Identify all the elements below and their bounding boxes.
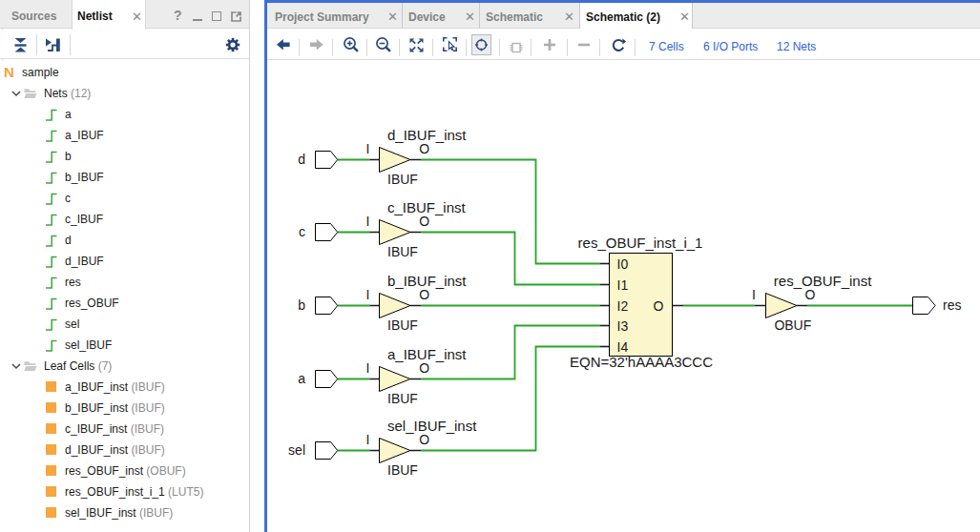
svg-text:O: O [654,298,664,314]
svg-text:d: d [298,152,305,167]
svg-text:sel_IBUF_inst: sel_IBUF_inst [387,418,477,434]
svg-text:b_IBUF_inst: b_IBUF_inst [387,273,467,289]
svg-text:b: b [298,297,305,313]
svg-text:O: O [419,432,429,447]
svg-text:res_OBUF_inst_i_1: res_OBUF_inst_i_1 [578,235,703,251]
svg-text:I: I [366,214,370,229]
svg-text:I: I [366,287,370,302]
svg-text:I: I [366,360,370,376]
svg-text:I0: I0 [617,256,629,272]
svg-text:IBUF: IBUF [387,391,418,406]
svg-text:O: O [419,360,429,376]
svg-text:O: O [419,141,429,156]
svg-text:O: O [419,287,429,302]
svg-text:IBUF: IBUF [387,462,418,478]
svg-text:I1: I1 [617,277,629,293]
svg-text:O: O [419,214,429,229]
svg-text:res_OBUF_inst: res_OBUF_inst [774,273,872,289]
svg-text:sel: sel [288,442,305,458]
svg-text:EQN=32'hAAAA3CCC: EQN=32'hAAAA3CCC [570,354,713,370]
svg-text:I: I [752,287,756,302]
svg-text:O: O [804,287,815,302]
svg-text:c_IBUF_inst: c_IBUF_inst [387,199,467,215]
svg-text:res: res [943,297,961,313]
svg-text:I2: I2 [617,298,629,314]
svg-text:a_IBUF_inst: a_IBUF_inst [387,346,467,362]
svg-text:I: I [366,141,370,156]
svg-text:c: c [299,224,305,239]
svg-text:IBUF: IBUF [387,244,418,259]
svg-text:a: a [298,371,305,386]
svg-text:OBUF: OBUF [774,317,811,333]
svg-text:d_IBUF_inst: d_IBUF_inst [387,127,467,143]
svg-text:I3: I3 [617,318,629,334]
svg-text:I4: I4 [617,339,629,355]
svg-text:I: I [366,432,370,447]
svg-text:IBUF: IBUF [387,172,418,187]
svg-text:IBUF: IBUF [387,317,418,333]
